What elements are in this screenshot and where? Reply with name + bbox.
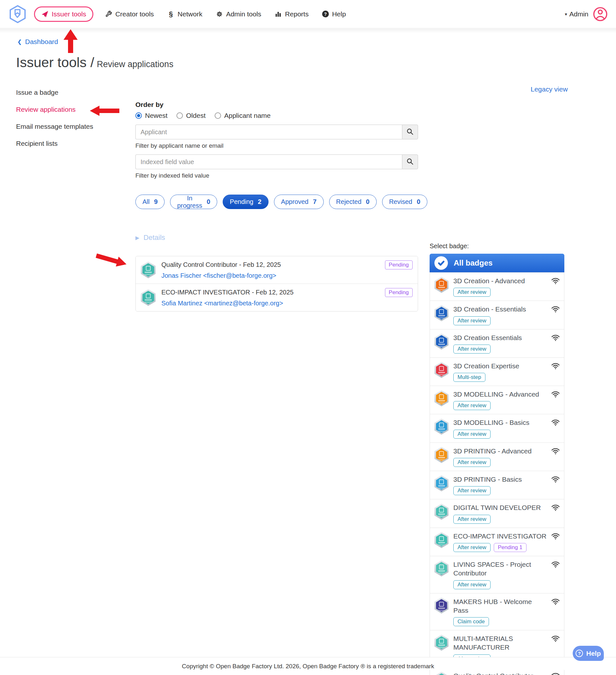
sidebar-item[interactable]: Recipient lists	[16, 140, 112, 147]
broadcast-icon	[551, 362, 560, 371]
select-badge-label: Select badge:	[430, 242, 469, 250]
question-circle-icon: ?	[322, 11, 329, 17]
pill-count: 0	[417, 198, 420, 206]
badge-tag: After review	[453, 401, 491, 410]
badge-tags: After review	[453, 580, 547, 589]
badge-image-icon	[434, 419, 448, 435]
badge-list-item[interactable]: 3D PRINTING - Basics After review	[430, 471, 564, 499]
page-title-main: Issuer tools /	[16, 55, 94, 70]
badge-tag: After review	[453, 430, 491, 439]
badge-info: 3D MODELLING - Advanced After review	[453, 390, 559, 410]
badge-list-item[interactable]: 3D MODELLING - Advanced After review	[430, 386, 564, 414]
badge-info: MAKERS HUB - Welcome Pass Claim code	[453, 597, 559, 626]
nav-reports[interactable]: Reports	[275, 10, 309, 18]
badge-tags: Claim code	[453, 617, 547, 626]
badge-info: ECO-IMPACT INVESTIGATOR After reviewPend…	[453, 532, 559, 552]
applicant-search-button[interactable]	[402, 125, 418, 139]
sidebar-item[interactable]: Issue a badge	[16, 89, 112, 96]
legacy-view-link[interactable]: Legacy view	[531, 85, 568, 93]
applicant-link[interactable]: Sofia Martinez <martinez@beta-forge.org>	[161, 300, 293, 307]
radio-label: Applicant name	[224, 112, 271, 120]
details-toggle[interactable]: ▶ Details	[136, 233, 418, 242]
pill-label: All	[143, 198, 150, 206]
question-circle-icon: ?	[576, 650, 583, 657]
badge-info: 3D Creation - Advanced After review	[453, 277, 559, 297]
radio-label: Newest	[145, 112, 168, 120]
badge-tags: After review	[453, 430, 547, 439]
nav-items: Issuer tools Creator tools § Network Adm…	[34, 6, 346, 22]
sidebar-item[interactable]: Email message templates	[16, 123, 112, 130]
indexed-search-button[interactable]	[402, 154, 418, 169]
badge-list-item[interactable]: 3D Creation - Advanced After review	[430, 272, 564, 301]
help-button[interactable]: ? Help	[573, 646, 604, 661]
badge-list-item[interactable]: DIGITAL TWIN DEVELOPER After review	[430, 499, 564, 527]
badge-tags: After review	[453, 401, 547, 410]
pill-label: Pending	[230, 198, 253, 206]
status-filter-pill[interactable]: Approved 7	[274, 195, 324, 209]
indexed-field-input[interactable]	[136, 154, 402, 169]
broadcast-icon	[551, 277, 560, 286]
badge-name: ECO-IMPACT INVESTIGATOR	[453, 532, 547, 540]
badge-name: 3D MODELLING - Advanced	[453, 390, 547, 398]
status-badge: Pending	[385, 288, 413, 297]
badge-list-item[interactable]: MAKERS HUB - Welcome Pass Claim code	[430, 593, 564, 630]
nav-label: Admin tools	[226, 10, 261, 18]
nav-admin-tools[interactable]: Admin tools	[216, 10, 261, 18]
badge-list-item[interactable]: 3D Creation Expertise Multi-step	[430, 357, 564, 386]
badge-list-item[interactable]: 3D PRINTING - Advanced After review	[430, 443, 564, 471]
gear-icon	[216, 11, 223, 18]
badge-list-item[interactable]: 3D MODELLING - Basics After review	[430, 414, 564, 442]
application-row[interactable]: ECO-IMPACT INVESTIGATOR - Feb 12, 2025 S…	[136, 284, 418, 311]
sidebar: Issue a badgeReview applicationsEmail me…	[16, 89, 112, 157]
badge-tags: After review	[453, 316, 547, 325]
order-radio[interactable]: Applicant name	[214, 112, 271, 120]
badge-list-item[interactable]: 3D Creation - Essentials After review	[430, 301, 564, 329]
nav-account-area: ▾ Admin	[565, 7, 608, 21]
nav-network[interactable]: § Network	[168, 10, 202, 18]
application-row[interactable]: Quality Control Contributor - Feb 12, 20…	[136, 256, 418, 284]
badge-list-item[interactable]: ECO-IMPACT INVESTIGATOR After reviewPend…	[430, 528, 564, 556]
obf-logo-icon[interactable]	[8, 5, 27, 23]
badge-list-item[interactable]: LIVING SPACES - Project Contributor Afte…	[430, 556, 564, 593]
badge-name: LIVING SPACES - Project Contributor	[453, 560, 547, 578]
pill-label: Approved	[281, 198, 309, 206]
applicant-link[interactable]: Jonas Fischer <fischer@beta-forge.org>	[161, 272, 281, 279]
status-filter-tabs: All 9 In progress 0 Pending 2 Approved 7…	[136, 195, 418, 209]
nav-help[interactable]: ? Help	[322, 10, 346, 18]
pill-count: 7	[313, 198, 316, 206]
status-filter-pill[interactable]: In progress 0	[170, 195, 217, 209]
applicant-filter-caption: Filter by applicant name or email	[136, 142, 418, 149]
status-filter-pill[interactable]: All 9	[136, 195, 165, 209]
badge-info: 3D PRINTING - Basics After review	[453, 475, 559, 495]
badge-image-icon	[434, 560, 448, 577]
badge-image-icon	[434, 305, 448, 321]
pill-label: Rejected	[336, 198, 362, 206]
applicant-search-input[interactable]	[136, 125, 402, 139]
badge-name: 3D PRINTING - Basics	[453, 475, 547, 483]
status-filter-pill[interactable]: Pending 2	[223, 195, 269, 209]
breadcrumb[interactable]: ❮ Dashboard	[17, 38, 58, 46]
order-radio[interactable]: Newest	[136, 112, 168, 120]
order-radio[interactable]: Oldest	[176, 112, 206, 120]
sidebar-item[interactable]: Review applications	[16, 106, 112, 114]
nav-creator-tools[interactable]: Creator tools	[105, 10, 154, 18]
badge-panel: All badges 3D Creation - Advanced After …	[430, 254, 564, 675]
wrench-icon	[105, 11, 112, 18]
account-dropdown[interactable]: ▾ Admin	[565, 10, 589, 18]
all-badges-item[interactable]: All badges	[430, 254, 564, 272]
badge-list-item[interactable]: 3D Creation Essentials After review	[430, 329, 564, 357]
status-filter-pill[interactable]: Revised 0	[382, 195, 427, 209]
status-filter-pill[interactable]: Rejected 0	[329, 195, 377, 209]
badge-image-icon	[434, 333, 448, 350]
search-icon	[407, 128, 414, 136]
badge-image-icon	[434, 598, 448, 614]
status-badge: Pending	[385, 260, 413, 270]
badge-tag: After review	[453, 515, 491, 524]
pill-label: Revised	[389, 198, 412, 206]
badge-info: 3D Creation - Essentials After review	[453, 305, 559, 325]
application-list: Quality Control Contributor - Feb 12, 20…	[136, 256, 418, 311]
nav-issuer-tools[interactable]: Issuer tools	[41, 10, 86, 18]
badge-name: MAKERS HUB - Welcome Pass	[453, 597, 547, 615]
badge-info: LIVING SPACES - Project Contributor Afte…	[453, 560, 559, 589]
avatar-icon[interactable]	[593, 7, 608, 21]
